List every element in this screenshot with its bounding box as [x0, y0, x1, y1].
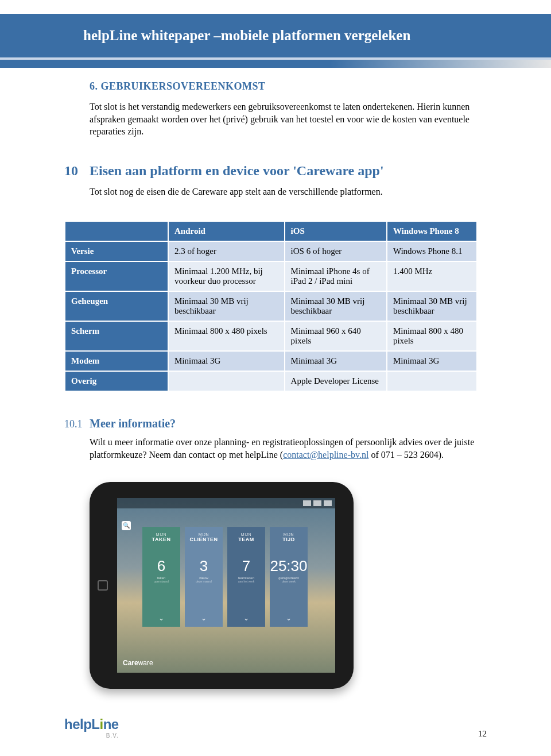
- table-cell: iOS 6 of hoger: [285, 241, 387, 261]
- col-android: Android: [168, 221, 285, 241]
- status-icon: [313, 500, 321, 506]
- table-row: ModemMinimaal 3GMinimaal 3GMinimaal 3G: [65, 351, 477, 371]
- tile-sub2: deze week: [282, 580, 296, 583]
- status-icon: [303, 500, 311, 506]
- tile-top: MIJN: [156, 533, 166, 537]
- section101-post: of 071 – 523 2604).: [368, 450, 444, 460]
- section101-num: 10.1: [64, 418, 90, 430]
- row-label: Versie: [65, 241, 168, 261]
- contact-email-link[interactable]: contact@helpline-bv.nl: [283, 450, 368, 460]
- table-cell: Minimaal 3G: [387, 351, 477, 371]
- logo-light: ware: [138, 659, 153, 667]
- col-blank: [65, 221, 168, 241]
- table-cell: Windows Phone 8.1: [387, 241, 477, 261]
- table-cell: Minimaal 30 MB vrij beschikbaar: [168, 291, 285, 321]
- table-cell: 2.3 of hoger: [168, 241, 285, 261]
- table-cell: Minimaal 30 MB vrij beschikbaar: [387, 291, 477, 321]
- tile-number: 25:30: [270, 557, 307, 575]
- col-wp8: Windows Phone 8: [387, 221, 477, 241]
- table-cell: 1.400 MHz: [387, 261, 477, 291]
- section10-title: Eisen aan platform en device voor 'Carew…: [90, 163, 384, 179]
- chevron-down-icon: ⌄: [201, 614, 207, 622]
- table-cell: Minimaal 3G: [168, 351, 285, 371]
- section6-body: Tot slot is het verstandig medewerkers e…: [90, 101, 488, 138]
- table-row: GeheugenMinimaal 30 MB vrij beschikbaarM…: [65, 291, 477, 321]
- table-row: SchermMinimaal 800 x 480 pixelsMinimaal …: [65, 321, 477, 351]
- section10-sub: Tot slot nog de eisen die de Careware ap…: [90, 186, 488, 198]
- status-icon: [324, 500, 332, 506]
- requirements-table: Android iOS Windows Phone 8 Versie2.3 of…: [64, 221, 478, 392]
- chevron-down-icon: ⌄: [158, 614, 164, 622]
- table-cell: Minimaal iPhone 4s of iPad 2 / iPad mini: [285, 261, 387, 291]
- tile-top: MIJN: [284, 533, 294, 537]
- col-ios: iOS: [285, 221, 387, 241]
- tile-sub2: openstaand: [154, 580, 169, 583]
- app-tile: MIJNTAKEN6takenopenstaand⌄: [142, 527, 180, 627]
- section6-heading: 6. GEBRUIKERSOVEREENKOMST: [90, 80, 488, 92]
- logo-bold: Care: [123, 659, 138, 667]
- table-cell: [168, 371, 285, 391]
- table-cell: Minimaal 30 MB vrij beschikbaar: [285, 291, 387, 321]
- row-label: Scherm: [65, 321, 168, 351]
- tile-label: TAKEN: [152, 537, 171, 542]
- table-cell: Minimaal 800 x 480 pixels: [387, 321, 477, 351]
- tile-top: MIJN: [199, 533, 209, 537]
- chevron-down-icon: ⌄: [243, 614, 249, 622]
- table-cell: Minimaal 960 x 640 pixels: [285, 321, 387, 351]
- tile-top: MIJN: [241, 533, 251, 537]
- tile-number: 7: [242, 557, 250, 575]
- page-title: helpLine whitepaper –mobiele platformen …: [83, 28, 410, 44]
- table-cell: Minimaal 1.200 MHz, bij voorkeur duo pro…: [168, 261, 285, 291]
- section10-num: 10: [64, 163, 90, 179]
- app-tile: MIJNTIJD25:30geregistreerddeze week⌄: [270, 527, 308, 627]
- careware-logo: Careware: [123, 659, 153, 667]
- table-cell: Apple Developer License: [285, 371, 387, 391]
- section101-title: Meer informatie?: [90, 417, 176, 430]
- tile-label: CLIËNTEN: [190, 537, 218, 542]
- ipad-illustration: 🔍 MIJNTAKEN6takenopenstaand⌄MIJNCLIËNTEN…: [90, 482, 488, 689]
- table-cell: Minimaal 800 x 480 pixels: [168, 321, 285, 351]
- row-label: Modem: [65, 351, 168, 371]
- chevron-down-icon: ⌄: [286, 614, 292, 622]
- tile-label: TEAM: [238, 537, 254, 542]
- table-cell: Minimaal 3G: [285, 351, 387, 371]
- tile-sub2: aan het werk: [238, 580, 255, 583]
- search-icon: 🔍: [122, 521, 131, 530]
- footer-logo: helpLine B.V.: [64, 716, 119, 739]
- section101-body: Wilt u meer informatie over onze plannin…: [90, 436, 488, 461]
- logo-part1: helpL: [64, 716, 100, 732]
- row-label: Overig: [65, 371, 168, 391]
- row-label: Processor: [65, 261, 168, 291]
- logo-bv: B.V.: [64, 732, 119, 739]
- ipad-status-bar: [117, 498, 335, 508]
- tile-sub2: deze maand: [196, 580, 212, 583]
- row-label: Geheugen: [65, 291, 168, 321]
- app-tile: MIJNTEAM7teamledenaan het werk⌄: [227, 527, 265, 627]
- tile-label: TIJD: [282, 537, 295, 542]
- table-row: ProcessorMinimaal 1.200 MHz, bij voorkeu…: [65, 261, 477, 291]
- ipad-home-button-icon: [98, 580, 108, 591]
- page-number: 12: [478, 729, 487, 739]
- tile-number: 6: [157, 557, 165, 575]
- logo-part2: ne: [103, 716, 119, 732]
- table-cell: [387, 371, 477, 391]
- app-tile: MIJNCLIËNTEN3nieuwdeze maand⌄: [185, 527, 223, 627]
- header-stripe: [0, 60, 551, 68]
- table-row: OverigApple Developer License: [65, 371, 477, 391]
- tile-number: 3: [200, 557, 208, 575]
- table-row: Versie2.3 of hogeriOS 6 of hogerWindows …: [65, 241, 477, 261]
